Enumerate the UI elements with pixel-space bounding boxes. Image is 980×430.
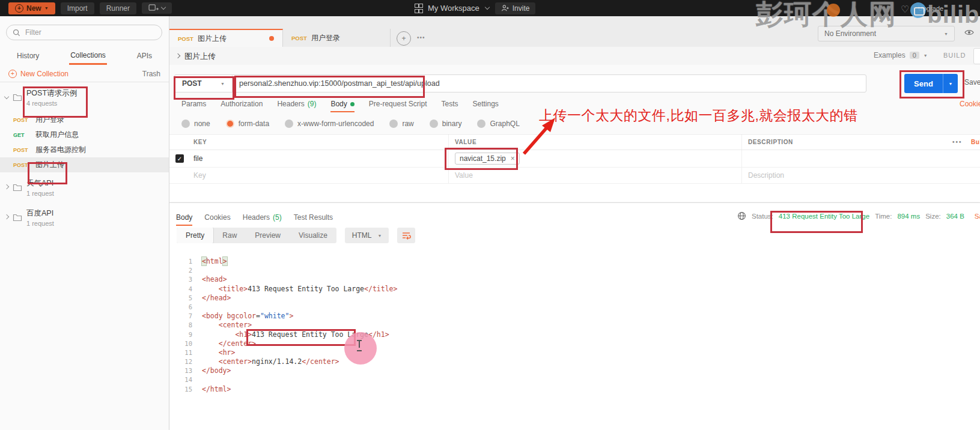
runner-button[interactable]: Runner (100, 2, 136, 14)
sidebar-request-item[interactable]: GET获取用户信息 (0, 127, 169, 142)
collection-item[interactable]: 天气API1 request (0, 172, 169, 202)
code-line: 6 (177, 303, 980, 312)
environment-quick-look-icon[interactable] (964, 28, 974, 37)
view-visualize[interactable]: Visualize (290, 228, 336, 243)
response-body-code[interactable]: 1<html>23<head>4 <title>413 Request Enti… (169, 250, 980, 430)
wrap-text-button[interactable] (397, 228, 415, 243)
cookies-link[interactable]: Cookies (960, 100, 980, 108)
line-number: 14 (177, 375, 192, 384)
chevron-right-icon (175, 53, 180, 58)
save-button[interactable]: Save (964, 78, 980, 86)
response-tab-test-results[interactable]: Test Results (294, 208, 333, 227)
tab-body[interactable]: Body (330, 94, 354, 114)
new-collection-button[interactable]: + New Collection (8, 70, 68, 78)
trash-button[interactable]: Trash (142, 70, 160, 78)
file-chip: navicat_15.zip × (455, 153, 520, 165)
chevron-right-icon[interactable] (4, 184, 9, 189)
line-number: 2 (177, 266, 192, 275)
new-window-button[interactable] (142, 2, 172, 14)
method-selector[interactable]: POST ▼ (175, 75, 233, 92)
sidebar-tab-collections[interactable]: Collections (69, 47, 107, 65)
body-mode-row: noneform-datax-www-form-urlencodedrawbin… (169, 114, 980, 133)
tab-settings[interactable]: Settings (473, 94, 499, 114)
value-placeholder[interactable]: Value (455, 171, 473, 180)
code-text: <html> (202, 257, 227, 266)
collection-meta: 1 request (26, 190, 54, 197)
examples-dropdown[interactable]: Examples 0 ▼ (874, 51, 928, 59)
collections-tree: POST请求示例4 requestsPOST用户登录GET获取用户信息POST服… (0, 82, 169, 232)
sidebar-request-item[interactable]: POST图片上传 (0, 157, 169, 172)
row-checkbox[interactable]: ✓ (175, 154, 184, 163)
breadcrumb[interactable]: 图片上传 (176, 51, 216, 62)
view-raw[interactable]: Raw (213, 228, 246, 243)
tab-count: (9) (308, 100, 317, 108)
edit-request-button[interactable] (973, 48, 980, 64)
collection-item[interactable]: POST请求示例4 requests (0, 82, 169, 112)
request-tab[interactable]: POST用户登录 (283, 29, 391, 47)
environment-selector[interactable]: No Environment ▼ (818, 26, 955, 41)
new-button[interactable]: + New ▼ (8, 2, 55, 14)
body-mode-x-www-form-urlencoded[interactable]: x-www-form-urlencoded (285, 120, 374, 128)
description-placeholder[interactable]: Description (748, 171, 784, 180)
invite-button[interactable]: Invite (495, 2, 536, 14)
examples-count-badge: 0 (910, 52, 919, 59)
chevron-down-icon[interactable] (4, 94, 9, 98)
body-mode-binary[interactable]: binary (430, 120, 462, 128)
upgrade-button[interactable]: Upgrade (918, 5, 943, 12)
body-mode-form-data[interactable]: form-data (226, 120, 269, 128)
import-button[interactable]: Import (61, 2, 94, 14)
tab-tests[interactable]: Tests (441, 94, 458, 114)
body-mode-GraphQL[interactable]: GraphQL (477, 120, 519, 128)
code-text: </head> (202, 294, 231, 303)
code-line: 9 <h1>413 Request Entity Too Large</h1> (177, 330, 980, 339)
workspace-switcher[interactable]: My Workspace (428, 4, 479, 13)
key-cell[interactable]: file (193, 154, 202, 163)
key-placeholder[interactable]: Key (193, 171, 206, 180)
save-response-button[interactable]: Save Response (975, 213, 980, 220)
body-mode-none[interactable]: none (181, 120, 210, 128)
bulk-edit-link[interactable]: Bulk Edit (971, 139, 980, 145)
time-value: 894 ms (897, 213, 920, 220)
response-tab-headers[interactable]: Headers(5) (243, 208, 282, 227)
tab-label: Test Results (294, 213, 333, 222)
sidebar-filter-input[interactable]: Filter (6, 25, 162, 40)
tab-label: Params (181, 100, 206, 108)
tab-authorization[interactable]: Authorization (221, 94, 263, 114)
tab-headers[interactable]: Headers(9) (277, 94, 316, 114)
url-input[interactable]: personal2.shenzhuo.vip:15000/postman_api… (233, 79, 440, 88)
response-tab-body[interactable]: Body (176, 208, 192, 227)
view-preview[interactable]: Preview (246, 228, 290, 243)
open-new-tab-button[interactable]: + (397, 31, 411, 46)
code-line: 7<body bgcolor="white"> (177, 312, 980, 321)
tab-params[interactable]: Params (181, 94, 206, 114)
time-label: Time: (875, 213, 892, 220)
request-name: 服务器电源控制 (35, 145, 86, 155)
remove-file-icon[interactable]: × (511, 154, 515, 163)
send-button[interactable]: Send ▼ (904, 74, 958, 93)
tab-options-button[interactable]: ••• (417, 34, 425, 47)
sidebar-request-item[interactable]: POST用户登录 (0, 112, 169, 127)
method-badge: GET (13, 132, 30, 138)
sidebar-request-item[interactable]: POST服务器电源控制 (0, 142, 169, 157)
window-plus-icon (148, 4, 159, 12)
radio-icon (430, 120, 438, 128)
sidebar-tab-history[interactable]: History (16, 48, 40, 64)
tab-label: Cookies (204, 213, 230, 222)
response-tab-cookies[interactable]: Cookies (204, 208, 230, 227)
body-mode-raw[interactable]: raw (389, 120, 413, 128)
chevron-right-icon[interactable] (4, 214, 9, 219)
search-icon (13, 29, 20, 37)
code-text: <center> (202, 321, 252, 330)
line-number: 6 (177, 303, 192, 312)
send-options-dropdown[interactable]: ▼ (943, 74, 958, 93)
collection-item[interactable]: 百度API1 request (0, 202, 169, 232)
sidebar-tab-apis[interactable]: APIs (136, 48, 153, 64)
view-pretty[interactable]: Pretty (177, 228, 214, 243)
chevron-down-icon: ▼ (924, 53, 928, 58)
table-options-button[interactable]: ••• (952, 139, 963, 145)
tab-pre-request-script[interactable]: Pre-request Script (369, 94, 427, 114)
file-chip-name: navicat_15.zip (460, 154, 506, 163)
request-tab[interactable]: POST图片上传 (169, 29, 283, 47)
format-selector[interactable]: HTML ▼ (345, 228, 389, 243)
collection-name: POST请求示例 (26, 88, 77, 98)
